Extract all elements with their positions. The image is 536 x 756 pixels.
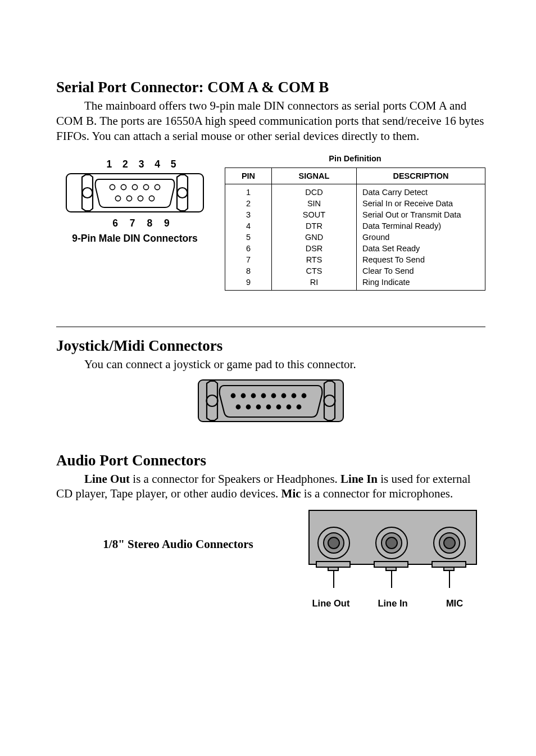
svg-point-25 (292, 393, 297, 398)
svg-marker-15 (207, 381, 217, 420)
svg-point-2 (83, 188, 93, 198)
serial-connector-caption: 9-Pin Male DIN Connectors (56, 233, 214, 245)
svg-point-30 (266, 404, 271, 409)
svg-point-10 (115, 196, 120, 201)
svg-point-9 (155, 184, 160, 189)
svg-point-21 (251, 393, 256, 398)
audio-label-linein: Line In (362, 598, 424, 609)
serial-paragraph: The mainboard offers two 9-pin male DIN … (56, 98, 485, 144)
joystick-heading: Joystick/Midi Connectors (56, 337, 485, 355)
db9-connector-diagram (65, 173, 205, 213)
pin-definition-table: PIN SIGNAL DESCRIPTION 1DCDData Carry De… (225, 168, 485, 291)
table-header-signal: SIGNAL (272, 168, 357, 184)
table-row: 5GNDGround (225, 232, 485, 243)
table-header-pin: PIN (225, 168, 272, 184)
svg-point-6 (121, 184, 126, 189)
pin-definition-title: Pin Definition (225, 154, 485, 163)
svg-point-7 (132, 184, 137, 189)
svg-point-13 (149, 196, 154, 201)
svg-point-12 (138, 196, 143, 201)
svg-point-33 (297, 404, 302, 409)
svg-rect-36 (328, 567, 338, 571)
svg-point-27 (236, 404, 241, 409)
audio-paragraph: Line Out is a connector for Speakers or … (56, 472, 485, 502)
svg-point-26 (302, 393, 307, 398)
svg-point-23 (271, 393, 276, 398)
audio-jacks-diagram (306, 509, 480, 595)
table-row: 8CTSClear To Send (225, 265, 485, 277)
table-row: 7RTSRequest To Send (225, 254, 485, 265)
svg-rect-42 (386, 567, 396, 571)
table-row: 2SINSerial In or Receive Data (225, 198, 485, 209)
svg-point-28 (246, 404, 251, 409)
serial-heading: Serial Port Connector: COM A & COM B (56, 79, 485, 96)
svg-point-22 (261, 393, 266, 398)
audio-label-mic: MIC (424, 598, 485, 609)
svg-rect-48 (444, 567, 454, 571)
serial-pin-bottom-labels: 6 7 8 9 (73, 218, 214, 229)
audio-label-lineout: Line Out (300, 598, 362, 609)
svg-point-20 (241, 393, 246, 398)
audio-heading: Audio Port Connectors (56, 452, 485, 469)
svg-point-8 (143, 184, 148, 189)
svg-point-39 (328, 537, 339, 549)
table-row: 6DSRData Set Ready (225, 243, 485, 254)
svg-point-24 (281, 393, 287, 398)
section-divider (56, 327, 485, 327)
svg-point-4 (178, 188, 188, 198)
table-row: 3SOUTSerial Out or Transmit Data (225, 209, 485, 220)
svg-rect-47 (432, 562, 466, 567)
svg-rect-41 (374, 562, 408, 567)
svg-point-29 (256, 404, 261, 409)
svg-point-51 (444, 537, 455, 549)
table-header-description: DESCRIPTION (357, 168, 485, 184)
db15-connector-diagram (197, 379, 344, 423)
serial-pin-top-labels: 1 2 3 4 5 (73, 159, 214, 170)
table-row: 9RIRing Indicate (225, 277, 485, 291)
svg-point-5 (110, 184, 115, 189)
svg-point-45 (386, 537, 397, 549)
svg-point-32 (287, 404, 292, 409)
svg-point-19 (231, 393, 236, 398)
svg-point-11 (126, 196, 131, 201)
table-row: 4DTRData Terminal Ready) (225, 220, 485, 232)
joystick-paragraph: You can connect a joystick or game pad t… (56, 357, 485, 372)
svg-marker-17 (324, 381, 335, 420)
svg-rect-35 (316, 562, 350, 567)
stereo-connectors-caption: 1/8" Stereo Audio Connectors (56, 537, 300, 551)
table-row: 1DCDData Carry Detect (225, 184, 485, 198)
svg-point-31 (276, 404, 281, 409)
